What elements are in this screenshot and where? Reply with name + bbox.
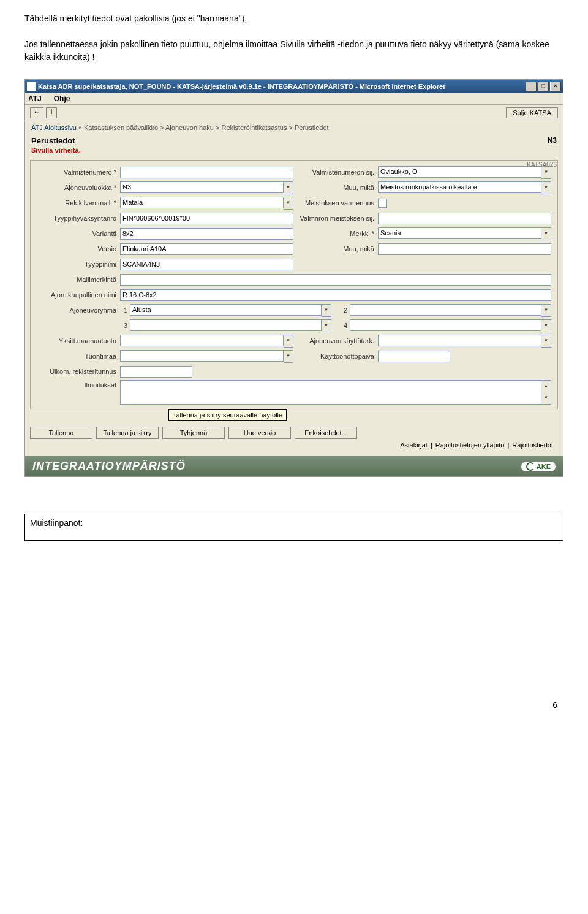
textarea-ilmoitukset[interactable] bbox=[120, 380, 541, 405]
chevron-down-icon[interactable]: ▼ bbox=[284, 335, 293, 348]
select-valmsij[interactable]: Oviaukko, O bbox=[378, 166, 541, 178]
window-titlebar: Katsa ADR superkatsastaja, NOT_FOUND - K… bbox=[25, 80, 563, 93]
intro-text: Tähdellä merkityt tiedot ovat pakollisia… bbox=[24, 12, 564, 64]
page-title: Perustiedot bbox=[31, 136, 75, 145]
label-merkki: Merkki * bbox=[295, 230, 378, 237]
link-asiakirjat[interactable]: Asiakirjat bbox=[400, 441, 428, 449]
select-merkki[interactable]: Scania bbox=[378, 227, 541, 239]
page-number: 6 bbox=[24, 700, 564, 710]
label-muumika2: Muu, mikä bbox=[295, 245, 378, 253]
bottom-links: Asiakirjat | Rajoitustietojen ylläpito |… bbox=[30, 439, 558, 451]
chevron-down-icon[interactable]: ▼ bbox=[284, 350, 293, 363]
label-mallimerkinta: Mallimerkintä bbox=[37, 276, 120, 283]
select-av4[interactable] bbox=[350, 319, 541, 331]
label-ulkom: Ulkom. rekisteritunnus bbox=[37, 368, 120, 375]
label-versio: Versio bbox=[37, 245, 120, 253]
select-kayttotark[interactable] bbox=[378, 335, 541, 346]
breadcrumb: ATJ Aloitussivu » Katsastuksen päävalikk… bbox=[25, 121, 563, 136]
maximize-button[interactable]: □ bbox=[538, 82, 549, 91]
input-kayttoonotto[interactable] bbox=[378, 351, 450, 362]
scroll-up-icon: ▲ bbox=[541, 381, 551, 392]
intro-p1: Tähdellä merkityt tiedot ovat pakollisia… bbox=[24, 12, 564, 25]
sulje-katsa-button[interactable]: Sulje KATSA bbox=[506, 107, 558, 118]
label-tyyppinimi: Tyyppinimi bbox=[37, 261, 120, 268]
label-ajoneuvoluokka: Ajoneuvoluokka * bbox=[37, 184, 120, 191]
select-ajoneuvoluokka[interactable]: N3 bbox=[120, 181, 284, 193]
select-av1[interactable]: Alusta bbox=[130, 304, 322, 316]
ie-icon bbox=[27, 82, 36, 91]
back-button[interactable]: ↤ bbox=[30, 107, 43, 118]
scroll-down-icon: ▼ bbox=[541, 392, 551, 404]
label-ajoneuvoryhma: Ajoneuvoryhmä bbox=[37, 307, 120, 314]
input-meistsij[interactable] bbox=[378, 213, 551, 224]
input-kaupallinen[interactable]: R 16 C-8x2 bbox=[120, 289, 551, 301]
chevron-down-icon[interactable]: ▼ bbox=[284, 181, 293, 194]
input-tyyppihyv[interactable]: FIN*060606*00019*00 bbox=[120, 213, 293, 224]
erikoisehdot-button[interactable]: Erikoisehdot... bbox=[295, 427, 357, 439]
tallenna-siirry-button[interactable]: Tallenna ja siirry bbox=[96, 427, 159, 439]
tyhjenna-button[interactable]: Tyhjennä bbox=[162, 427, 225, 439]
link-rajoitus-yllapito[interactable]: Rajoitustietojen ylläpito bbox=[435, 441, 505, 449]
label-valmistenumero: Valmistenumero * bbox=[37, 169, 120, 176]
chevron-down-icon[interactable]: ▼ bbox=[541, 181, 551, 194]
label-kayttotark: Ajoneuvon käyttötark. bbox=[295, 337, 378, 345]
label-valmsij: Valmistenumeron sij. bbox=[295, 169, 378, 176]
label-muumika1: Muu, mikä bbox=[295, 184, 378, 191]
breadcrumb-home[interactable]: ATJ Aloitussivu bbox=[31, 124, 77, 131]
menubar: ATJ Ohje bbox=[25, 93, 563, 105]
select-yksitt[interactable] bbox=[120, 335, 284, 346]
label-kayttoonotto: Käyttöönottopäivä bbox=[295, 352, 378, 360]
select-av2[interactable] bbox=[350, 304, 541, 316]
input-versio[interactable]: Elinkaari A10A bbox=[120, 243, 293, 255]
label-meistsij: Valmnron meistoksen sij. bbox=[295, 215, 378, 222]
ake-logo: AKE bbox=[521, 462, 556, 471]
select-rekkilven[interactable]: Matala bbox=[120, 197, 284, 208]
tooltip: Tallenna ja siirry seuraavalle näytölle bbox=[168, 409, 287, 421]
menu-atj[interactable]: ATJ bbox=[28, 94, 42, 103]
error-message: Sivulla virheitä. bbox=[25, 147, 563, 158]
input-mallimerkinta[interactable] bbox=[120, 274, 551, 286]
chevron-down-icon[interactable]: ▼ bbox=[541, 304, 551, 317]
label-yksitt: Yksitt.maahantuotu bbox=[37, 337, 120, 345]
label-variantti: Variantti bbox=[37, 230, 120, 237]
screen-code: KATSA026 bbox=[527, 161, 557, 168]
select-tuontimaa[interactable] bbox=[120, 350, 284, 362]
vehicle-class-badge: N3 bbox=[548, 136, 557, 145]
chevron-down-icon[interactable]: ▼ bbox=[541, 335, 551, 348]
input-tyyppinimi[interactable]: SCANIA4N3 bbox=[120, 259, 293, 270]
chevron-down-icon[interactable]: ▼ bbox=[541, 227, 551, 240]
input-valmistenumero[interactable] bbox=[120, 167, 293, 178]
checkbox-varmennus[interactable] bbox=[378, 199, 387, 208]
av-num-4: 4 bbox=[340, 322, 347, 329]
chevron-down-icon[interactable]: ▼ bbox=[322, 319, 331, 332]
footer-bar: INTEGRAATIOYMPÄRISTÖ AKE bbox=[25, 456, 563, 476]
input-variantti[interactable]: 8x2 bbox=[120, 228, 293, 240]
select-av3[interactable] bbox=[130, 319, 322, 331]
scrollbar[interactable]: ▲▼ bbox=[541, 380, 551, 405]
link-rajoitustiedot[interactable]: Rajoitustiedot bbox=[512, 441, 553, 449]
select-muumika1[interactable]: Meistos runkopalkissa oikealla e bbox=[378, 181, 541, 193]
tallenna-button[interactable]: Tallenna bbox=[30, 427, 92, 439]
chevron-down-icon[interactable]: ▼ bbox=[284, 197, 293, 210]
breadcrumb-rest: » Katsastuksen päävalikko > Ajoneuvon ha… bbox=[77, 124, 329, 131]
chevron-down-icon[interactable]: ▼ bbox=[541, 319, 551, 332]
av-num-3: 3 bbox=[120, 322, 127, 329]
label-ilmoitukset: Ilmoitukset bbox=[37, 380, 120, 389]
minimize-button[interactable]: _ bbox=[526, 82, 537, 91]
nav-stop-icon[interactable]: i bbox=[46, 107, 57, 118]
intro-p2: Jos tallennettaessa jokin pakollinen tie… bbox=[24, 38, 564, 64]
form-area: Valmistenumero * Ajoneuvoluokka *N3▼ Rek… bbox=[30, 160, 558, 409]
nav-toolbar: ↤ i Sulje KATSA bbox=[25, 105, 563, 121]
close-button[interactable]: × bbox=[550, 82, 561, 91]
haeversio-button[interactable]: Hae versio bbox=[228, 427, 291, 439]
footer-title: INTEGRAATIOYMPÄRISTÖ bbox=[32, 460, 186, 473]
window-title: Katsa ADR superkatsastaja, NOT_FOUND - K… bbox=[38, 83, 526, 90]
notes-label: Muistiinpanot: bbox=[30, 518, 83, 528]
av-num-2: 2 bbox=[340, 307, 347, 314]
input-ulkom[interactable] bbox=[120, 366, 192, 378]
chevron-down-icon[interactable]: ▼ bbox=[322, 304, 331, 317]
menu-ohje[interactable]: Ohje bbox=[54, 94, 70, 103]
label-tyyppihyv: Tyyppihyväksyntänro bbox=[37, 215, 120, 222]
browser-window: Katsa ADR superkatsastaja, NOT_FOUND - K… bbox=[24, 79, 564, 477]
input-muumika2[interactable] bbox=[378, 243, 551, 255]
